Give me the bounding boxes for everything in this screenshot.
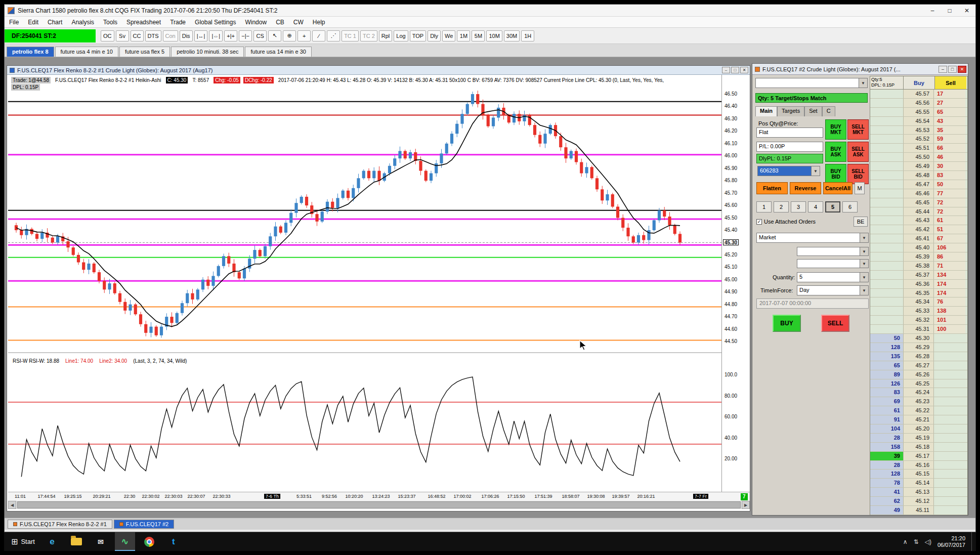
scroll-left-icon[interactable]: ◀: [8, 501, 16, 509]
window-tab-f-us-cleq17-flex-renko-8-2-2-1[interactable]: F.US.CLEQ17 Flex Renko 8-2-2 #1: [8, 520, 112, 529]
cross-tool-icon[interactable]: +: [297, 30, 311, 41]
dom-sell-qty[interactable]: 67: [934, 234, 965, 243]
chart-close-button[interactable]: ✕: [740, 67, 748, 73]
remove-bars-icon[interactable]: −|−: [239, 30, 252, 41]
buy-button[interactable]: BUY: [773, 315, 801, 332]
dom-buy-cell[interactable]: [870, 189, 904, 198]
dom-buy-qty[interactable]: 50: [870, 334, 904, 343]
toolbar-button-30m[interactable]: 30M: [504, 30, 520, 41]
tif-combo[interactable]: Day ▼: [797, 285, 869, 295]
dom-bid-row[interactable]: 15845.18: [870, 443, 967, 452]
chart-minimize-button[interactable]: –: [722, 67, 730, 73]
dom-sell-cell[interactable]: [934, 497, 965, 505]
dom-bid-row[interactable]: 7845.14: [870, 479, 967, 488]
toolbar-button-10m[interactable]: 10M: [486, 30, 502, 41]
chart-tab-petrolio-10-minuti-38-sec[interactable]: petrolio 10 minuti. 38 sec: [171, 47, 244, 57]
dom-ask-row[interactable]: 45.40106: [870, 243, 967, 252]
dom-buy-qty[interactable]: 135: [870, 352, 904, 361]
dom-buy-cell[interactable]: [870, 307, 904, 315]
menu-cw[interactable]: CW: [289, 18, 308, 27]
dom-sell-cell[interactable]: [934, 361, 965, 370]
dom-buy-cell[interactable]: [870, 252, 904, 261]
chevron-down-icon[interactable]: ▼: [860, 273, 868, 282]
dom-sell-qty[interactable]: 106: [934, 243, 965, 252]
dom-buy-qty[interactable]: 83: [870, 388, 904, 397]
dom-sell-cell[interactable]: [934, 415, 965, 424]
dom-bid-row[interactable]: 9145.21: [870, 415, 967, 424]
dom-buy-cell[interactable]: [870, 225, 904, 234]
dom-sell-cell[interactable]: [934, 352, 965, 361]
dom-buy-qty[interactable]: 78: [870, 479, 904, 487]
chevron-down-icon[interactable]: ▼: [859, 78, 867, 88]
close-button[interactable]: ✕: [958, 5, 975, 16]
toolbar-button-5m[interactable]: 5M: [472, 30, 485, 41]
chevron-down-icon[interactable]: ▼: [860, 260, 868, 268]
chart-restore-button[interactable]: □: [731, 67, 739, 73]
dom-buy-qty[interactable]: 41: [870, 488, 904, 496]
dom-ask-row[interactable]: 45.4167: [870, 234, 967, 243]
dom-sell-qty[interactable]: 174: [934, 280, 965, 288]
toolbar-button-rpl[interactable]: Rpl: [379, 30, 393, 41]
dom-sell-cell[interactable]: [934, 506, 965, 515]
dom-bid-row[interactable]: 12845.15: [870, 469, 967, 479]
account-combo[interactable]: ▼: [755, 78, 868, 88]
dom-sell-qty[interactable]: 71: [934, 262, 965, 270]
dom-buy-qty[interactable]: 69: [870, 397, 904, 406]
show-desktop-button[interactable]: [971, 532, 974, 551]
dom-sell-qty[interactable]: 138: [934, 307, 965, 315]
dom-ask-row[interactable]: 45.5627: [870, 99, 967, 108]
sell-market-button[interactable]: SELL MKT: [847, 119, 869, 140]
price-and-rsi-chart[interactable]: [8, 75, 721, 492]
order-tab-targets[interactable]: Targets: [777, 106, 804, 116]
sell-ask-button[interactable]: SELL ASK: [847, 142, 869, 162]
dom-ask-row[interactable]: 45.4883: [870, 171, 967, 180]
dom-bid-row[interactable]: 4945.11: [870, 506, 967, 515]
chevron-down-icon[interactable]: ▼: [860, 286, 868, 295]
edge-icon[interactable]: e: [42, 532, 62, 551]
dom-bid-row[interactable]: 12845.29: [870, 343, 967, 352]
menu-trade[interactable]: Trade: [165, 18, 190, 27]
dom-ask-row[interactable]: 45.5046: [870, 153, 967, 162]
scroll-right-icon[interactable]: ▶: [742, 501, 750, 509]
dom-sell-cell[interactable]: [934, 388, 965, 397]
dom-buy-cell[interactable]: [870, 316, 904, 324]
buy-bid-button[interactable]: BUY BID: [825, 164, 846, 184]
toolbar-button-tc-2[interactable]: TC 2: [360, 30, 377, 41]
trade-minimize-button[interactable]: –: [939, 66, 947, 73]
minimize-button[interactable]: –: [924, 5, 941, 16]
dom-sell-qty[interactable]: 174: [934, 289, 965, 297]
dom-bid-row[interactable]: 6545.27: [870, 361, 967, 370]
dom-sell-qty[interactable]: 65: [934, 108, 965, 116]
dom-bid-row[interactable]: 4145.13: [870, 488, 967, 497]
toolbar-button-log[interactable]: Log: [394, 30, 408, 41]
chart-tab-future-usa-flex-5[interactable]: future usa flex 5: [119, 47, 170, 57]
dom-buy-cell[interactable]: [870, 153, 904, 161]
dom-ask-row[interactable]: 45.33138: [870, 307, 967, 316]
dom-sell-cell[interactable]: [934, 397, 965, 406]
dom-buy-qty[interactable]: 28: [870, 461, 904, 469]
dom-sell-qty[interactable]: 86: [934, 252, 965, 261]
toolbar-button-tc-1[interactable]: TC 1: [342, 30, 359, 41]
trendline-tool-icon[interactable]: ∕: [312, 30, 325, 41]
dom-sell-qty[interactable]: 66: [934, 144, 965, 152]
dom-buy-qty[interactable]: 91: [870, 415, 904, 424]
toolbar-button-dis[interactable]: Dis: [180, 30, 193, 41]
position-value-field[interactable]: Flat: [756, 127, 823, 138]
dom-bid-row[interactable]: 3945.17: [870, 452, 967, 461]
menu-window[interactable]: Window: [240, 18, 271, 27]
toolbar-button-dts[interactable]: DTS: [145, 30, 161, 41]
scrollbar-thumb[interactable]: [17, 501, 741, 508]
qty-preset-2[interactable]: 2: [774, 201, 789, 212]
chart-tab-future-usa-14-min-e-30[interactable]: future usa 14 min e 30: [245, 47, 311, 57]
dom-buy-cell[interactable]: [870, 99, 904, 107]
cancel-all-button[interactable]: CancelAll: [823, 182, 853, 194]
dom-ask-row[interactable]: 45.4930: [870, 162, 967, 171]
dom-sell-cell[interactable]: [934, 479, 965, 487]
dom-buy-qty[interactable]: 89: [870, 370, 904, 379]
dom-buy-cell[interactable]: [870, 171, 904, 180]
dom-bid-row[interactable]: 13545.28: [870, 352, 967, 361]
dom-bid-row[interactable]: 2845.19: [870, 434, 967, 443]
buy-ask-button[interactable]: BUY ASK: [825, 142, 846, 162]
dom-buy-cell[interactable]: [870, 117, 904, 125]
dom-bid-row[interactable]: 8345.24: [870, 388, 967, 397]
